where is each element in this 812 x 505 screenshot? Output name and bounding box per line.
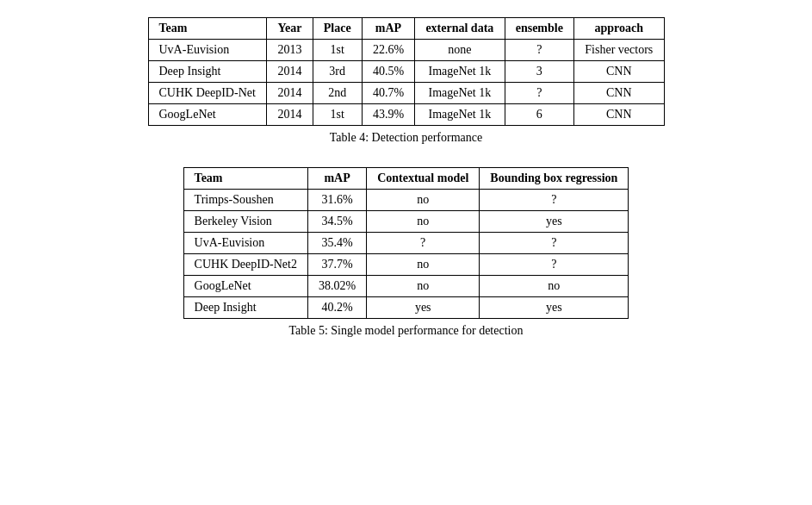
table2-header-cell: Bounding box regression <box>480 168 629 190</box>
table1-body: UvA-Euvision20131st22.6%none?Fisher vect… <box>148 40 664 126</box>
table1-container: TeamYearPlacemAPexternal dataensembleapp… <box>26 17 786 160</box>
detection-performance-table: TeamYearPlacemAPexternal dataensembleapp… <box>148 17 665 126</box>
table-cell: ? <box>505 40 574 61</box>
table-cell: CUHK DeepID-Net <box>148 83 267 104</box>
table-row: UvA-Euvision20131st22.6%none?Fisher vect… <box>148 40 664 61</box>
table1-header-cell: mAP <box>362 18 414 40</box>
table-cell: no <box>367 276 480 297</box>
table-cell: 3rd <box>313 61 362 83</box>
table-row: Deep Insight40.2%yesyes <box>183 297 629 319</box>
table-cell: ? <box>480 254 629 276</box>
table1-header-cell: ensemble <box>505 18 574 40</box>
table-cell: Deep Insight <box>183 297 307 319</box>
table-row: CUHK DeepID-Net20142nd40.7%ImageNet 1k?C… <box>148 83 664 104</box>
table-cell: 2nd <box>313 83 362 104</box>
table-cell: 43.9% <box>362 104 414 126</box>
table-cell: 1st <box>313 104 362 126</box>
table2-header-cell: Team <box>183 168 307 190</box>
table-cell: ? <box>367 233 480 254</box>
table-cell: yes <box>480 211 629 233</box>
table-cell: Deep Insight <box>148 61 267 83</box>
table-cell: 2014 <box>267 61 313 83</box>
table-cell: 37.7% <box>307 254 366 276</box>
table1-caption: Table 4: Detection performance <box>26 131 786 145</box>
table-cell: ? <box>480 190 629 211</box>
table-cell: none <box>415 40 505 61</box>
table-cell: ? <box>480 233 629 254</box>
table-cell: CNN <box>574 83 664 104</box>
table-cell: Berkeley Vision <box>183 211 307 233</box>
table1-header-cell: Place <box>313 18 362 40</box>
table-cell: 1st <box>313 40 362 61</box>
table-cell: UvA-Euvision <box>148 40 267 61</box>
table1-header-cell: approach <box>574 18 664 40</box>
table1-header-cell: external data <box>415 18 505 40</box>
single-model-performance-table: TeammAPContextual modelBounding box regr… <box>183 167 629 319</box>
table-cell: 6 <box>505 104 574 126</box>
table-cell: no <box>480 276 629 297</box>
table-row: GoogLeNet38.02%nono <box>183 276 629 297</box>
table-cell: 22.6% <box>362 40 414 61</box>
table-cell: 40.5% <box>362 61 414 83</box>
table-cell: yes <box>367 297 480 319</box>
table1-header-cell: Team <box>148 18 267 40</box>
table-row: Trimps-Soushen31.6%no? <box>183 190 629 211</box>
table-cell: 31.6% <box>307 190 366 211</box>
table-cell: CNN <box>574 61 664 83</box>
table-cell: CNN <box>574 104 664 126</box>
table-cell: GoogLeNet <box>183 276 307 297</box>
table-cell: 35.4% <box>307 233 366 254</box>
table-cell: 40.2% <box>307 297 366 319</box>
table-row: Berkeley Vision34.5%noyes <box>183 211 629 233</box>
table-cell: UvA-Euvision <box>183 233 307 254</box>
table-row: CUHK DeepID-Net237.7%no? <box>183 254 629 276</box>
table-cell: ImageNet 1k <box>415 83 505 104</box>
table2-container: TeammAPContextual modelBounding box regr… <box>26 167 786 353</box>
table-cell: no <box>367 190 480 211</box>
table-cell: GoogLeNet <box>148 104 267 126</box>
table-cell: 34.5% <box>307 211 366 233</box>
table2-caption: Table 5: Single model performance for de… <box>26 324 786 338</box>
table-cell: Trimps-Soushen <box>183 190 307 211</box>
table-row: Deep Insight20143rd40.5%ImageNet 1k3CNN <box>148 61 664 83</box>
table-cell: 3 <box>505 61 574 83</box>
table-cell: ImageNet 1k <box>415 104 505 126</box>
table2-body: Trimps-Soushen31.6%no?Berkeley Vision34.… <box>183 190 629 319</box>
table1-header-row: TeamYearPlacemAPexternal dataensembleapp… <box>148 18 664 40</box>
table-row: GoogLeNet20141st43.9%ImageNet 1k6CNN <box>148 104 664 126</box>
table-cell: 2013 <box>267 40 313 61</box>
table-cell: no <box>367 211 480 233</box>
table2-header-cell: mAP <box>307 168 366 190</box>
table-cell: 38.02% <box>307 276 366 297</box>
table-cell: yes <box>480 297 629 319</box>
table-cell: 40.7% <box>362 83 414 104</box>
table-cell: 2014 <box>267 104 313 126</box>
table-cell: Fisher vectors <box>574 40 664 61</box>
table-cell: CUHK DeepID-Net2 <box>183 254 307 276</box>
table2-header-cell: Contextual model <box>367 168 480 190</box>
table2-header-row: TeammAPContextual modelBounding box regr… <box>183 168 629 190</box>
table1-header-cell: Year <box>267 18 313 40</box>
table-cell: ImageNet 1k <box>415 61 505 83</box>
table-row: UvA-Euvision35.4%?? <box>183 233 629 254</box>
table-cell: no <box>367 254 480 276</box>
table-cell: ? <box>505 83 574 104</box>
table-cell: 2014 <box>267 83 313 104</box>
